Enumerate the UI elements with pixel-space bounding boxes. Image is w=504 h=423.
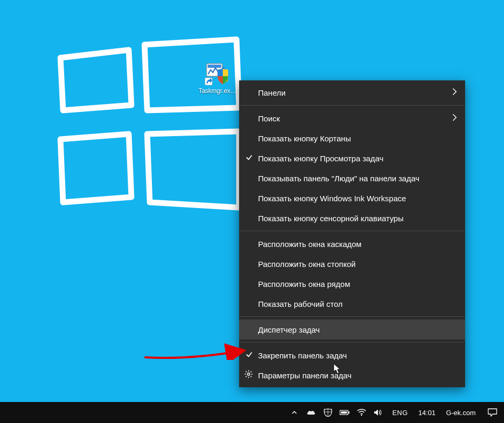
menu-label: Показать рабочий стол — [258, 300, 343, 308]
menu-item-touch-keyboard[interactable]: Показать кнопку сенсорной клавиатуры — [239, 208, 465, 228]
menu-item-taskbar-settings[interactable]: Параметры панели задач — [239, 365, 465, 385]
svg-point-3 — [248, 373, 250, 375]
svg-rect-14 — [341, 411, 347, 414]
menu-item-ink-workspace[interactable]: Показать кнопку Windows Ink Workspace — [239, 188, 465, 208]
menu-label: Расположить окна стопкой — [258, 260, 356, 269]
menu-item-cascade[interactable]: Расположить окна каскадом — [239, 234, 465, 254]
language-indicator[interactable]: ENG — [390, 409, 410, 417]
svg-rect-1 — [208, 65, 221, 68]
menu-item-lock-taskbar[interactable]: Закрепить панель задач — [239, 345, 465, 365]
taskbar-brand-text: G-ek.com — [444, 409, 478, 417]
menu-label: Диспетчер задач — [258, 325, 320, 334]
menu-label: Показать кнопку сенсорной клавиатуры — [258, 214, 404, 223]
check-icon — [245, 351, 253, 360]
taskbar-clock[interactable]: 14:01 — [416, 409, 438, 417]
menu-separator — [240, 342, 465, 343]
menu-separator — [240, 105, 465, 106]
gear-icon — [244, 370, 253, 380]
svg-line-10 — [246, 376, 247, 377]
menu-label: Параметры панели задач — [258, 371, 352, 380]
menu-item-stacked[interactable]: Расположить окна стопкой — [239, 254, 465, 274]
annotation-arrow — [142, 313, 252, 360]
desktop-shortcut-taskmgr[interactable]: Taskmgr.ex... — [196, 60, 238, 95]
taskmgr-icon — [204, 60, 230, 86]
menu-item-show-desktop[interactable]: Показать рабочий стол — [239, 294, 465, 314]
check-icon — [245, 154, 253, 163]
windows-logo-drawing — [50, 29, 244, 218]
menu-separator — [240, 316, 465, 317]
volume-icon[interactable] — [373, 402, 384, 423]
menu-item-search[interactable]: Поиск — [239, 108, 465, 128]
wifi-icon[interactable] — [356, 402, 367, 423]
taskbar-context-menu: Панели Поиск Показать кнопку Кортаны Пок… — [239, 80, 465, 387]
windows-defender-icon[interactable] — [323, 402, 333, 423]
svg-line-11 — [251, 372, 252, 373]
desktop[interactable]: Taskmgr.ex... Панели Поиск Показать кноп… — [0, 0, 504, 402]
menu-label: Закрепить панель задач — [258, 351, 347, 360]
menu-label: Показывать панель "Люди" на панели задач — [258, 174, 419, 183]
menu-label: Показать кнопку Кортаны — [258, 134, 351, 143]
shortcut-label: Taskmgr.ex... — [196, 87, 238, 95]
menu-item-side-by-side[interactable]: Расположить окна рядом — [239, 274, 465, 294]
menu-item-task-manager[interactable]: Диспетчер задач — [239, 319, 465, 339]
svg-rect-13 — [348, 411, 349, 414]
menu-label: Показать кнопку Windows Ink Workspace — [258, 194, 406, 203]
action-center-icon[interactable] — [484, 408, 501, 417]
menu-label: Расположить окна рядом — [258, 280, 350, 288]
menu-label: Панели — [258, 88, 285, 97]
battery-icon[interactable] — [340, 402, 350, 423]
chevron-right-icon — [452, 114, 457, 123]
menu-label: Расположить окна каскадом — [258, 240, 362, 249]
menu-label: Поиск — [258, 114, 280, 123]
taskbar[interactable]: ENG 14:01 G-ek.com — [0, 402, 504, 423]
menu-separator — [240, 231, 465, 231]
menu-item-cortana-button[interactable]: Показать кнопку Кортаны — [239, 128, 465, 148]
onedrive-icon[interactable] — [306, 402, 316, 423]
svg-line-9 — [251, 376, 252, 377]
tray-overflow-icon[interactable] — [289, 402, 300, 423]
menu-item-task-view-button[interactable]: Показать кнопку Просмотра задач — [239, 148, 465, 168]
svg-line-8 — [246, 372, 247, 373]
menu-item-toolbars[interactable]: Панели — [239, 82, 465, 102]
menu-label: Показать кнопку Просмотра задач — [258, 154, 383, 163]
system-tray: ENG 14:01 G-ek.com — [289, 402, 504, 423]
menu-item-people-panel[interactable]: Показывать панель "Люди" на панели задач — [239, 168, 465, 188]
chevron-right-icon — [452, 88, 457, 97]
svg-point-15 — [361, 415, 362, 416]
